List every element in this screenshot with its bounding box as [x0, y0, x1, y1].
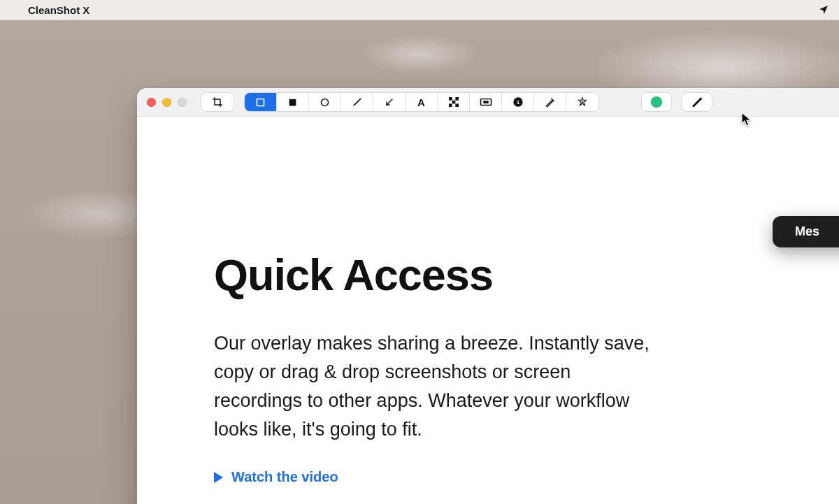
content-heading: Quick Access	[214, 250, 829, 300]
line-tool-button[interactable]	[341, 93, 373, 111]
counter-tool-button[interactable]: 1	[502, 93, 534, 111]
svg-rect-9	[455, 103, 459, 107]
svg-rect-6	[455, 97, 459, 101]
content-body: Our overlay makes sharing a breeze. Inst…	[214, 329, 661, 444]
rectangle-tool-button[interactable]	[245, 93, 277, 111]
svg-rect-5	[449, 97, 452, 101]
current-color-swatch	[651, 96, 662, 108]
auto-shape-tool-button[interactable]: A	[566, 93, 598, 111]
svg-rect-0	[257, 99, 264, 106]
tool-group-crop	[201, 92, 234, 112]
svg-rect-11	[483, 101, 489, 103]
crop-tool-button[interactable]	[201, 93, 234, 111]
tool-group-stroke	[682, 92, 712, 112]
filled-rectangle-tool-button[interactable]	[277, 93, 309, 111]
tool-group-color	[641, 92, 672, 112]
overlay-messages-label: Mes	[795, 224, 819, 239]
svg-text:A: A	[581, 100, 585, 104]
editor-canvas-content: Quick Access Our overlay makes sharing a…	[137, 117, 839, 504]
ellipse-tool-button[interactable]	[309, 93, 341, 111]
text-tool-icon: A	[417, 96, 425, 108]
svg-text:1: 1	[516, 99, 519, 106]
window-maximize-button[interactable]	[178, 98, 187, 107]
svg-line-4	[387, 99, 392, 105]
window-traffic-lights	[147, 98, 187, 107]
color-picker-button[interactable]	[642, 93, 671, 111]
svg-rect-1	[289, 99, 296, 106]
arrow-tool-button[interactable]	[373, 93, 406, 111]
tool-group-shapes: A 1 A	[244, 92, 599, 112]
text-tool-button[interactable]: A	[406, 93, 438, 111]
stroke-preview-icon	[692, 97, 702, 107]
watch-video-label: Watch the video	[231, 469, 338, 485]
stroke-width-button[interactable]	[682, 93, 712, 111]
location-services-icon[interactable]	[818, 4, 829, 15]
highlight-block-tool-button[interactable]	[470, 93, 502, 111]
play-icon	[214, 472, 223, 483]
editor-window: A 1 A	[137, 88, 839, 504]
pen-tool-button[interactable]	[534, 93, 566, 111]
overlay-messages-window[interactable]: Mes	[773, 216, 839, 247]
window-minimize-button[interactable]	[162, 98, 171, 107]
svg-line-3	[354, 99, 360, 105]
editor-titlebar: A 1 A	[137, 88, 839, 117]
menubar-app-name[interactable]: CleanShot X	[28, 4, 89, 16]
svg-rect-8	[449, 103, 452, 107]
svg-rect-7	[452, 101, 455, 104]
watch-video-link[interactable]: Watch the video	[214, 469, 829, 485]
window-close-button[interactable]	[147, 98, 156, 107]
svg-point-2	[322, 99, 329, 106]
pixelate-tool-button[interactable]	[438, 93, 470, 111]
macos-menubar: CleanShot X	[0, 0, 839, 20]
